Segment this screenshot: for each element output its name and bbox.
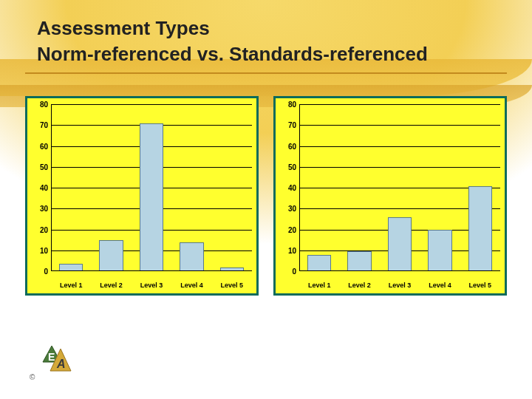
y-tick-label: 10 — [280, 246, 296, 254]
bar-cell — [299, 104, 339, 271]
plot-area: 01020304050607080 — [51, 104, 252, 271]
x-tick-label: Level 4 — [171, 282, 211, 289]
y-tick-label: 60 — [280, 142, 296, 150]
y-tick-label: 70 — [280, 121, 296, 129]
bar-cell — [212, 104, 252, 271]
bar — [388, 217, 412, 271]
y-tick-label: 70 — [32, 121, 48, 129]
y-tick-label: 80 — [280, 100, 296, 109]
copyright-symbol: © — [30, 373, 35, 381]
bar-cell — [380, 104, 420, 271]
title-line-2: Norm-referenced vs. Standards-referenced — [37, 42, 510, 66]
bar-cell — [132, 104, 171, 271]
svg-text:A: A — [56, 358, 66, 370]
y-tick-label: 50 — [32, 163, 48, 171]
y-tick-label: 60 — [32, 142, 48, 150]
bar-cell — [91, 104, 131, 271]
x-axis — [299, 270, 500, 271]
y-tick-label: 0 — [32, 267, 48, 276]
x-tick-label: Level 2 — [91, 282, 131, 289]
bar — [468, 186, 492, 271]
x-axis — [51, 270, 252, 271]
x-tick-labels: Level 1Level 2Level 3Level 4Level 5 — [299, 282, 500, 289]
y-tick-label: 30 — [280, 205, 296, 213]
bars-group — [51, 104, 252, 271]
page-title: Assessment Types Norm-referenced vs. Sta… — [37, 16, 510, 66]
bar — [140, 123, 163, 271]
bar — [347, 251, 371, 271]
bars-group — [299, 104, 500, 271]
chart-norm-referenced: 01020304050607080 Level 1Level 2Level 3L… — [25, 96, 259, 296]
title-underline — [25, 72, 507, 74]
y-tick-label: 40 — [32, 184, 48, 192]
y-tick-label: 0 — [280, 267, 296, 276]
bar-cell — [171, 104, 211, 271]
bar — [180, 242, 203, 271]
x-tick-label: Level 4 — [420, 282, 460, 289]
y-tick-label: 30 — [32, 205, 48, 213]
bar-cell — [460, 104, 500, 271]
slide: Assessment Types Norm-referenced vs. Sta… — [0, 0, 532, 399]
chart-standards-referenced: 01020304050607080 Level 1Level 2Level 3L… — [273, 96, 507, 296]
x-tick-label: Level 5 — [460, 282, 500, 289]
x-tick-label: Level 2 — [339, 282, 379, 289]
organization-logo-icon: E A — [38, 341, 74, 377]
y-tick-label: 20 — [280, 225, 296, 233]
bar — [99, 240, 123, 271]
x-tick-label: Level 1 — [299, 282, 339, 289]
y-tick-label: 80 — [32, 100, 48, 109]
y-tick-label: 50 — [280, 163, 296, 171]
plot-area: 01020304050607080 — [299, 104, 500, 271]
x-tick-label: Level 3 — [380, 282, 420, 289]
charts-container: 01020304050607080 Level 1Level 2Level 3L… — [25, 96, 507, 296]
y-tick-label: 10 — [32, 246, 48, 254]
x-tick-labels: Level 1Level 2Level 3Level 4Level 5 — [51, 282, 252, 289]
bar-cell — [339, 104, 379, 271]
y-tick-label: 40 — [280, 184, 296, 192]
x-tick-label: Level 1 — [51, 282, 91, 289]
bar — [307, 255, 331, 271]
bar — [428, 230, 451, 271]
y-tick-label: 20 — [32, 225, 48, 233]
x-tick-label: Level 5 — [212, 282, 252, 289]
title-line-1: Assessment Types — [37, 16, 510, 41]
x-tick-label: Level 3 — [132, 282, 171, 289]
svg-text:E: E — [48, 351, 55, 363]
bar-cell — [420, 104, 460, 271]
bar-cell — [51, 104, 91, 271]
